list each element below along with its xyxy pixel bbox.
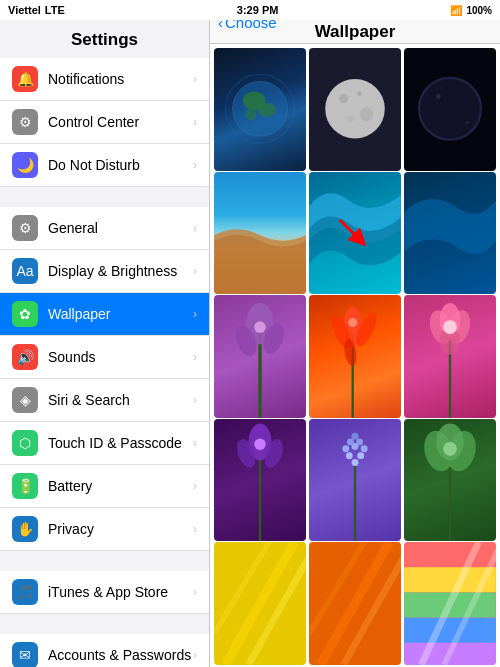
svg-point-3 xyxy=(258,103,276,117)
wallpaper-item-blue-hyacinth[interactable] xyxy=(309,419,401,542)
wallpaper-item-red-flower[interactable] xyxy=(309,295,401,418)
wallpaper-item-dark-planet[interactable] xyxy=(404,48,496,171)
notifications-label: Notifications xyxy=(48,71,124,87)
sounds-icon: 🔊 xyxy=(12,344,38,370)
battery-label: Battery xyxy=(48,478,92,494)
wifi-icon: 📶 xyxy=(450,5,462,16)
svg-point-40 xyxy=(346,452,353,459)
display-label: Display & Brightness xyxy=(48,263,177,279)
sidebar-item-notifications[interactable]: 🔔 Notifications › xyxy=(0,58,209,101)
chevron-icon: › xyxy=(193,350,197,364)
svg-rect-62 xyxy=(404,618,496,643)
accounts-icon: ✉ xyxy=(12,642,38,667)
svg-point-41 xyxy=(357,452,364,459)
svg-point-42 xyxy=(342,445,349,452)
chevron-icon: › xyxy=(193,479,197,493)
svg-point-4 xyxy=(245,109,256,120)
svg-point-6 xyxy=(325,79,385,139)
sidebar-item-siri[interactable]: ◈ Siri & Search › xyxy=(0,379,209,422)
svg-rect-59 xyxy=(404,542,496,567)
chevron-icon: › xyxy=(193,72,197,86)
wallpaper-icon: ✿ xyxy=(12,301,38,327)
chevron-icon: › xyxy=(193,585,197,599)
dnd-label: Do Not Disturb xyxy=(48,157,140,173)
svg-point-8 xyxy=(360,108,374,122)
itunes-icon: 🎵 xyxy=(12,579,38,605)
sidebar-item-control-center[interactable]: ⚙ Control Center › xyxy=(0,101,209,144)
wallpaper-item-ios-beach[interactable] xyxy=(214,172,306,295)
chevron-icon: › xyxy=(193,648,197,662)
sidebar-item-accounts[interactable]: ✉ Accounts & Passwords › xyxy=(0,634,209,667)
sidebar-item-privacy[interactable]: ✋ Privacy › xyxy=(0,508,209,551)
accounts-label: Accounts & Passwords xyxy=(48,647,191,663)
wallpaper-item-dark-purple-flower[interactable] xyxy=(214,419,306,542)
wallpaper-item-wave[interactable] xyxy=(309,172,401,295)
sidebar-item-sounds[interactable]: 🔊 Sounds › xyxy=(0,336,209,379)
wallpaper-item-earth[interactable] xyxy=(214,48,306,171)
siri-label: Siri & Search xyxy=(48,392,130,408)
control-center-label: Control Center xyxy=(48,114,139,130)
battery-icon: 🔋 xyxy=(12,473,38,499)
notifications-icon: 🔔 xyxy=(12,66,38,92)
control-center-icon: ⚙ xyxy=(12,109,38,135)
wallpaper-item-multicolor[interactable] xyxy=(404,542,496,665)
svg-point-13 xyxy=(436,94,441,99)
svg-point-7 xyxy=(339,94,348,103)
sidebar-item-wallpaper[interactable]: ✿ Wallpaper › xyxy=(0,293,209,336)
chevron-icon: › xyxy=(193,393,197,407)
svg-point-37 xyxy=(254,438,265,449)
carrier-label: Viettel xyxy=(8,4,41,16)
general-label: General xyxy=(48,220,98,236)
touch-id-icon: ⬡ xyxy=(12,430,38,456)
nav-title: Wallpaper xyxy=(315,22,396,42)
sidebar-item-display[interactable]: Aa Display & Brightness › xyxy=(0,250,209,293)
svg-point-32 xyxy=(443,320,457,334)
sidebar-item-itunes[interactable]: 🎵 iTunes & App Store › xyxy=(0,571,209,614)
wallpaper-item-dark-wave[interactable] xyxy=(404,172,496,295)
svg-point-39 xyxy=(352,459,359,466)
sounds-label: Sounds xyxy=(48,349,95,365)
svg-point-46 xyxy=(356,438,363,445)
touch-id-label: Touch ID & Passcode xyxy=(48,435,182,451)
sidebar-item-do-not-disturb[interactable]: 🌙 Do Not Disturb › xyxy=(0,144,209,187)
wallpaper-item-moon[interactable] xyxy=(309,48,401,171)
svg-point-10 xyxy=(357,92,362,97)
svg-point-52 xyxy=(443,442,457,456)
wallpaper-item-pink-flower[interactable] xyxy=(404,295,496,418)
sidebar-item-general[interactable]: ⚙ General › xyxy=(0,207,209,250)
svg-point-45 xyxy=(347,438,354,445)
wallpaper-item-purple-flower[interactable] xyxy=(214,295,306,418)
svg-point-44 xyxy=(361,445,368,452)
display-icon: Aa xyxy=(12,258,38,284)
status-left: Viettel LTE xyxy=(8,4,65,16)
network-label: LTE xyxy=(45,4,65,16)
svg-point-9 xyxy=(347,116,354,123)
itunes-label: iTunes & App Store xyxy=(48,584,168,600)
chevron-icon: › xyxy=(193,436,197,450)
svg-point-47 xyxy=(352,433,359,440)
status-bar: Viettel LTE 3:29 PM 📶 100% xyxy=(0,0,500,20)
sidebar-title: Settings xyxy=(0,20,209,58)
wallpaper-item-orange-stripes[interactable] xyxy=(309,542,401,665)
sidebar: Settings 🔔 Notifications › ⚙ Control Cen… xyxy=(0,0,210,667)
chevron-icon: › xyxy=(193,221,197,235)
wallpaper-item-yellow-stripes[interactable] xyxy=(214,542,306,665)
wallpaper-label: Wallpaper xyxy=(48,306,111,322)
chevron-icon: › xyxy=(193,264,197,278)
privacy-icon: ✋ xyxy=(12,516,38,542)
dnd-icon: 🌙 xyxy=(12,152,38,178)
sidebar-item-battery[interactable]: 🔋 Battery › xyxy=(0,465,209,508)
status-time: 3:29 PM xyxy=(237,4,279,16)
privacy-label: Privacy xyxy=(48,521,94,537)
svg-point-20 xyxy=(254,322,265,333)
svg-point-26 xyxy=(348,318,357,327)
chevron-icon: › xyxy=(193,307,197,321)
chevron-icon: › xyxy=(193,115,197,129)
sidebar-item-touch-id[interactable]: ⬡ Touch ID & Passcode › xyxy=(0,422,209,465)
wallpaper-item-green-flower[interactable] xyxy=(404,419,496,542)
chevron-icon: › xyxy=(193,522,197,536)
siri-icon: ◈ xyxy=(12,387,38,413)
wallpaper-grid xyxy=(210,44,500,667)
battery-label: 100% xyxy=(466,5,492,16)
main-content: ‹ Choose Wallpaper xyxy=(210,0,500,667)
